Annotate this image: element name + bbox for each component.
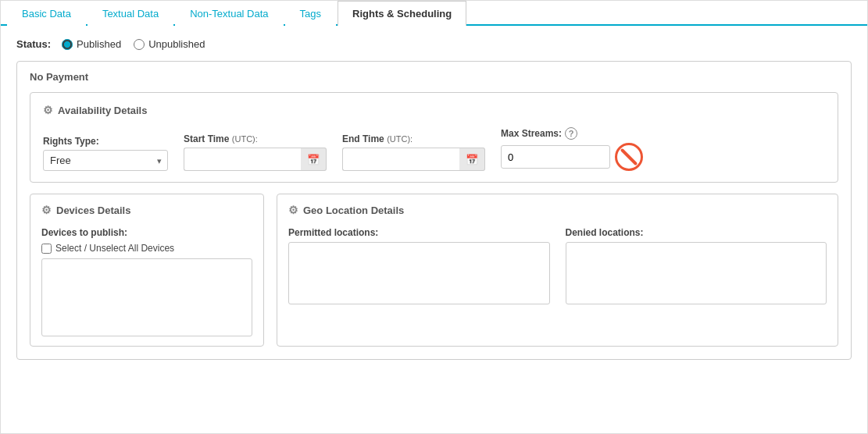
bottom-row: ⚙ Devices Details Devices to publish: Se… — [30, 194, 838, 347]
select-all-devices-checkbox[interactable] — [41, 244, 52, 254]
no-payment-title: No Payment — [30, 71, 838, 83]
end-time-calendar-btn[interactable]: 📅 — [459, 148, 485, 171]
unpublished-radio-item[interactable]: Unpublished — [134, 38, 205, 50]
max-streams-input[interactable] — [501, 145, 610, 169]
unpublished-label: Unpublished — [148, 38, 205, 50]
start-time-calendar-btn[interactable]: 📅 — [301, 148, 327, 171]
start-time-field: Start Time (UTC): 📅 — [184, 133, 327, 171]
end-time-field: End Time (UTC): 📅 — [342, 133, 485, 171]
published-radio-item[interactable]: Published — [62, 38, 121, 50]
availability-details-card: ⚙ Availability Details Rights Type: Free… — [30, 92, 838, 183]
tab-non-textual-data[interactable]: Non-Textual Data — [175, 1, 283, 26]
start-time-wrapper: 📅 — [184, 148, 327, 171]
status-radio-group: Published Unpublished — [62, 38, 205, 50]
end-time-input[interactable] — [342, 148, 459, 171]
published-label: Published — [77, 38, 121, 50]
max-streams-wrapper — [501, 143, 643, 171]
max-streams-label-row: Max Streams: ? — [501, 127, 643, 140]
devices-details-card: ⚙ Devices Details Devices to publish: Se… — [30, 194, 264, 347]
rights-type-select-wrapper: Free Subscription Pay Per View ▾ — [43, 150, 168, 171]
denied-locations-label: Denied locations: — [566, 227, 827, 238]
denied-locations-field: Denied locations: — [566, 227, 827, 304]
permitted-locations-textarea[interactable] — [288, 242, 550, 304]
geo-card-title: ⚙ Geo Location Details — [288, 204, 827, 216]
no-entry-icon[interactable] — [615, 143, 643, 171]
denied-locations-textarea[interactable] — [566, 242, 827, 304]
devices-list-box — [41, 258, 252, 336]
select-unselect-row: Select / Unselect All Devices — [41, 243, 252, 254]
status-row: Status: Published Unpublished — [16, 38, 852, 50]
status-label: Status: — [16, 38, 51, 50]
start-time-label: Start Time (UTC): — [184, 133, 327, 144]
content-area: Status: Published Unpublished No Payment… — [1, 26, 867, 372]
rights-type-field: Rights Type: Free Subscription Pay Per V… — [43, 136, 168, 171]
page-wrapper: Basic Data Textual Data Non-Textual Data… — [0, 0, 868, 434]
geo-location-card: ⚙ Geo Location Details Permitted locatio… — [277, 194, 838, 347]
geo-gear-icon: ⚙ — [288, 204, 298, 216]
devices-gear-icon: ⚙ — [41, 204, 52, 216]
rights-type-select[interactable]: Free Subscription Pay Per View — [43, 150, 168, 171]
start-time-input[interactable] — [184, 148, 301, 171]
no-payment-section: No Payment ⚙ Availability Details Rights… — [16, 61, 852, 360]
max-streams-field: Max Streams: ? — [501, 127, 643, 171]
devices-title-text: Devices Details — [56, 205, 130, 216]
unpublished-radio[interactable] — [134, 39, 145, 50]
max-streams-label: Max Streams: — [501, 128, 562, 139]
rights-type-label: Rights Type: — [43, 136, 168, 147]
tab-rights-scheduling[interactable]: Rights & Scheduling — [338, 1, 466, 26]
availability-title-text: Availability Details — [58, 105, 147, 116]
geo-fields-row: Permitted locations: Denied locations: — [288, 227, 827, 304]
tab-tags[interactable]: Tags — [285, 1, 336, 26]
availability-gear-icon: ⚙ — [43, 104, 53, 116]
end-time-wrapper: 📅 — [342, 148, 485, 171]
availability-fields-row: Rights Type: Free Subscription Pay Per V… — [43, 127, 825, 171]
availability-card-title: ⚙ Availability Details — [43, 104, 825, 116]
permitted-locations-field: Permitted locations: — [288, 227, 550, 304]
devices-publish-label: Devices to publish: — [41, 227, 252, 238]
tab-textual-data[interactable]: Textual Data — [88, 1, 173, 26]
max-streams-help-icon[interactable]: ? — [565, 127, 577, 140]
end-time-label: End Time (UTC): — [342, 133, 485, 144]
published-radio[interactable] — [62, 39, 73, 50]
devices-card-title: ⚙ Devices Details — [41, 204, 252, 216]
permitted-locations-label: Permitted locations: — [288, 227, 550, 238]
tab-basic-data[interactable]: Basic Data — [7, 1, 86, 26]
geo-title-text: Geo Location Details — [303, 205, 404, 216]
tabs-bar: Basic Data Textual Data Non-Textual Data… — [1, 1, 867, 26]
select-unselect-label: Select / Unselect All Devices — [55, 243, 174, 254]
